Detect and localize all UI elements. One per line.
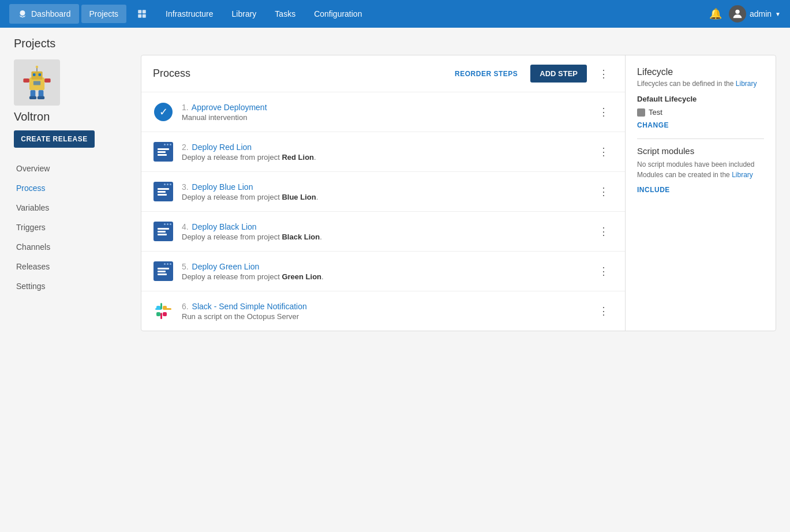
step-subtitle: Manual intervention xyxy=(182,113,586,122)
sidebar-item-triggers[interactable]: Triggers xyxy=(14,218,129,237)
sidebar: Voltron CREATE RELEASE Overview Process … xyxy=(14,55,129,331)
lifecycle-color-box xyxy=(637,108,645,117)
step-subtitle: Deploy a release from project Blue Lion. xyxy=(182,193,586,201)
project-logo xyxy=(14,59,60,106)
process-title: Process xyxy=(153,68,442,80)
library-script-link[interactable]: Library xyxy=(732,171,753,179)
svg-rect-8 xyxy=(33,73,35,76)
nav-library[interactable]: Library xyxy=(224,5,265,23)
page-title: Projects xyxy=(0,28,790,55)
svg-rect-22 xyxy=(163,312,167,316)
step-content: 4. Deploy Black Lion Deploy a release fr… xyxy=(182,222,586,241)
svg-rect-13 xyxy=(39,90,44,97)
sidebar-item-variables[interactable]: Variables xyxy=(14,198,129,217)
step-title-link[interactable]: 6. Slack - Send Simple Notification xyxy=(182,302,586,311)
lifecycle-subtitle: Lifecycles can be defined in the Library xyxy=(637,80,764,88)
svg-point-0 xyxy=(20,10,25,16)
user-dropdown-icon[interactable]: ▼ xyxy=(775,11,781,17)
step-row: 4. Deploy Black Lion Deploy a release fr… xyxy=(141,212,625,252)
svg-rect-10 xyxy=(23,78,29,83)
step-more-button[interactable]: ⋮ xyxy=(594,183,613,200)
svg-rect-26 xyxy=(160,313,162,319)
change-lifecycle-button[interactable]: CHANGE xyxy=(637,121,669,129)
svg-point-5 xyxy=(735,10,739,14)
step-title-link[interactable]: 5. Deploy Green Lion xyxy=(182,262,586,271)
step-row: 2. Deploy Red Lion Deploy a release from… xyxy=(141,132,625,172)
step-subtitle: Deploy a release from project Black Lion… xyxy=(182,233,586,241)
sidebar-navigation: Overview Process Variables Triggers Chan… xyxy=(14,159,129,295)
step-row: 6. Slack - Send Simple Notification Run … xyxy=(141,291,625,331)
nav-icon-projects[interactable] xyxy=(129,4,155,24)
sidebar-item-process[interactable]: Process xyxy=(14,179,129,197)
step-more-button[interactable]: ⋮ xyxy=(594,143,613,160)
process-steps-panel: Process REORDER STEPS ADD STEP ⋮ ✓ 1. Ap… xyxy=(141,55,626,331)
nav-infrastructure[interactable]: Infrastructure xyxy=(158,5,221,23)
lifecycle-panel: Lifecycle Lifecycles can be defined in t… xyxy=(626,55,776,331)
script-modules-link-text: Modules can be created in the Library xyxy=(637,171,764,179)
svg-rect-3 xyxy=(138,14,141,18)
sidebar-item-settings[interactable]: Settings xyxy=(14,277,129,295)
step-subtitle: Run a script on the Octopus Server xyxy=(182,312,586,321)
step-row: 3. Deploy Blue Lion Deploy a release fro… xyxy=(141,172,625,212)
step-title-link[interactable]: 1. Approve Deployment xyxy=(182,103,586,112)
svg-point-17 xyxy=(36,66,38,68)
step-approve-icon: ✓ xyxy=(153,102,174,122)
sidebar-item-releases[interactable]: Releases xyxy=(14,257,129,276)
step-title-link[interactable]: 3. Deploy Blue Lion xyxy=(182,182,586,192)
username-label: admin xyxy=(750,9,772,18)
nav-configuration[interactable]: Configuration xyxy=(306,5,370,23)
svg-rect-4 xyxy=(143,14,146,18)
step-content: 2. Deploy Red Lion Deploy a release from… xyxy=(182,143,586,162)
add-step-button[interactable]: ADD STEP xyxy=(530,65,587,83)
step-deploy-icon xyxy=(153,261,174,282)
svg-rect-18 xyxy=(33,81,40,85)
sidebar-item-channels[interactable]: Channels xyxy=(14,238,129,256)
svg-rect-24 xyxy=(165,308,171,310)
reorder-steps-button[interactable]: REORDER STEPS xyxy=(449,66,523,81)
lifecycle-name: Test xyxy=(649,108,662,117)
step-deploy-icon xyxy=(153,181,174,202)
sidebar-item-overview[interactable]: Overview xyxy=(14,159,129,178)
notification-bell-icon[interactable]: 🔔 xyxy=(709,8,722,20)
top-navigation: Dashboard Projects Infrastructure Librar… xyxy=(0,0,790,28)
nav-projects[interactable]: Projects xyxy=(81,5,127,23)
step-slack-icon xyxy=(153,301,174,321)
project-name: Voltron xyxy=(14,110,129,123)
avatar xyxy=(729,5,746,23)
content-panel: Process REORDER STEPS ADD STEP ⋮ ✓ 1. Ap… xyxy=(141,55,776,331)
process-header: Process REORDER STEPS ADD STEP ⋮ xyxy=(141,55,625,92)
step-more-button[interactable]: ⋮ xyxy=(594,223,613,240)
svg-rect-1 xyxy=(138,10,141,13)
checkmark-icon: ✓ xyxy=(154,103,173,121)
svg-rect-25 xyxy=(160,303,162,309)
svg-rect-20 xyxy=(156,312,160,316)
create-release-button[interactable]: CREATE RELEASE xyxy=(14,130,95,148)
divider xyxy=(637,138,764,139)
step-content: 6. Slack - Send Simple Notification Run … xyxy=(182,302,586,321)
step-content: 5. Deploy Green Lion Deploy a release fr… xyxy=(182,262,586,281)
step-subtitle: Deploy a release from project Green Lion… xyxy=(182,272,586,281)
step-deploy-icon xyxy=(153,221,174,242)
step-content: 3. Deploy Blue Lion Deploy a release fro… xyxy=(182,182,586,201)
step-row: 5. Deploy Green Lion Deploy a release fr… xyxy=(141,252,625,291)
step-deploy-icon xyxy=(153,141,174,162)
include-module-button[interactable]: INCLUDE xyxy=(637,186,670,194)
default-lifecycle-label: Default Lifecycle xyxy=(637,95,764,103)
step-more-button[interactable]: ⋮ xyxy=(594,103,613,121)
svg-rect-12 xyxy=(31,90,36,97)
svg-rect-11 xyxy=(44,78,51,83)
step-subtitle: Deploy a release from project Red Lion. xyxy=(182,153,586,162)
step-row: ✓ 1. Approve Deployment Manual intervent… xyxy=(141,92,625,132)
step-more-button[interactable]: ⋮ xyxy=(594,263,613,280)
lifecycle-title: Lifecycle xyxy=(637,67,764,77)
library-link[interactable]: Library xyxy=(736,80,757,88)
step-more-button[interactable]: ⋮ xyxy=(594,302,613,320)
process-more-options-button[interactable]: ⋮ xyxy=(594,65,613,83)
step-title-link[interactable]: 2. Deploy Red Lion xyxy=(182,143,586,152)
nav-dashboard[interactable]: Dashboard xyxy=(9,4,79,24)
step-title-link[interactable]: 4. Deploy Black Lion xyxy=(182,222,586,231)
svg-rect-9 xyxy=(39,73,41,76)
step-content: 1. Approve Deployment Manual interventio… xyxy=(182,103,586,122)
user-menu[interactable]: admin ▼ xyxy=(729,5,781,23)
nav-tasks[interactable]: Tasks xyxy=(267,5,304,23)
